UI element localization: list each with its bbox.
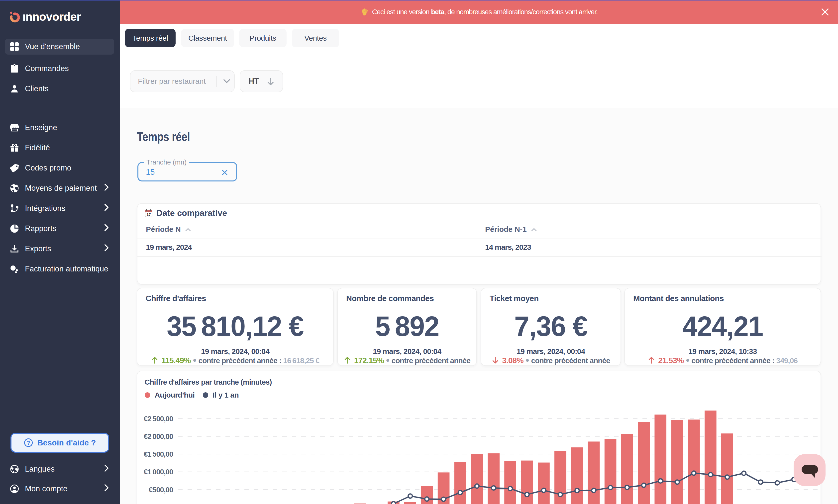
- svg-text:€2 000,00: €2 000,00: [144, 432, 173, 440]
- svg-text:€2 500,00: €2 500,00: [144, 415, 173, 423]
- svg-text:€1 500,00: €1 500,00: [144, 450, 173, 458]
- svg-text:€500,00: €500,00: [149, 486, 173, 494]
- svg-text:?: ?: [27, 440, 30, 446]
- svg-text:€1 000,00: €1 000,00: [144, 468, 173, 476]
- svg-text:17: 17: [147, 212, 151, 216]
